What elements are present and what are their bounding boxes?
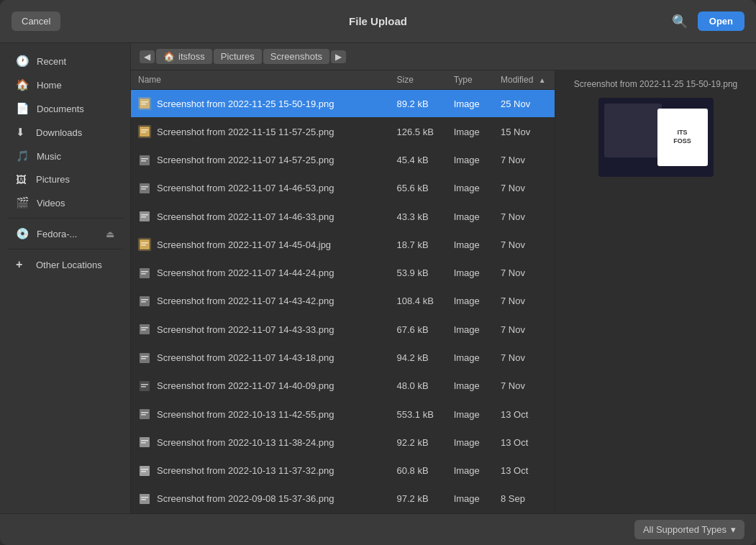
file-name-cell: Screenshot from 2022-11-07 14-46-33.png <box>131 203 390 231</box>
table-row[interactable]: Screenshot from 2022-11-07 14-43-18.png … <box>131 344 555 372</box>
main-content: 🕐 Recent 🏠 Home 📄 Documents ⬇ Downloads … <box>0 43 756 513</box>
col-size[interactable]: Size <box>390 70 447 90</box>
file-icon <box>138 125 151 138</box>
table-row[interactable]: Screenshot from 2022-11-07 14-40-09.png … <box>131 372 555 400</box>
open-button[interactable]: Open <box>698 12 744 31</box>
svg-rect-41 <box>141 471 146 472</box>
sort-arrow-icon: ▲ <box>539 76 546 84</box>
sidebar-item-home[interactable]: 🏠 Home <box>4 73 126 96</box>
breadcrumb-pictures[interactable]: Pictures <box>214 49 262 64</box>
file-name-cell: Screenshot from 2022-11-07 14-45-04.jpg <box>131 231 390 259</box>
svg-rect-10 <box>141 186 148 188</box>
file-size: 94.2 kB <box>390 344 447 372</box>
file-name-cell: Screenshot from 2022-11-07 14-43-18.png <box>131 344 390 372</box>
sidebar-item-documents[interactable]: 📄 Documents <box>4 97 126 120</box>
sidebar-item-downloads[interactable]: ⬇ Downloads <box>4 121 126 144</box>
nav-forward-button[interactable]: ▶ <box>331 50 346 63</box>
svg-rect-37 <box>141 440 148 441</box>
file-modified: 7 Nov <box>493 146 555 174</box>
table-row[interactable]: Screenshot from 2022-11-07 14-46-33.png … <box>131 203 555 231</box>
file-size: 89.2 kB <box>390 90 447 118</box>
file-modified: 7 Nov <box>493 316 555 344</box>
file-type: Image <box>447 457 493 485</box>
sidebar-label-fedora: Fedora-... <box>37 229 99 239</box>
table-row[interactable]: Screenshot from 2022-10-13 11-38-24.png … <box>131 429 555 457</box>
svg-rect-32 <box>141 386 146 388</box>
table-row[interactable]: Screenshot from 2022-11-15 11-57-25.png … <box>131 118 555 146</box>
table-row[interactable]: Screenshot from 2022-11-07 14-44-24.png … <box>131 259 555 287</box>
svg-rect-22 <box>141 299 148 301</box>
sidebar-label-music: Music <box>37 151 114 162</box>
preview-dark-bg <box>604 104 662 157</box>
file-upload-dialog: Cancel File Upload 🔍 Open 🕐 Recent 🏠 Hom… <box>0 0 756 545</box>
file-type: Image <box>447 259 493 287</box>
file-table-body: Screenshot from 2022-11-25 15-50-19.png … <box>131 90 555 513</box>
file-table: Name Size Type Modified ▲ <box>131 70 555 513</box>
sidebar-item-other-locations[interactable]: + Other Locations <box>4 253 126 276</box>
table-row[interactable]: Screenshot from 2022-11-07 14-43-42.png … <box>131 287 555 315</box>
videos-icon: 🎬 <box>16 196 29 209</box>
file-table-header: Name Size Type Modified ▲ <box>131 70 555 90</box>
table-row[interactable]: Screenshot from 2022-09-08 15-37-36.png … <box>131 485 555 513</box>
search-button[interactable]: 🔍 <box>668 11 692 32</box>
col-type[interactable]: Type <box>447 70 493 90</box>
file-name: Screenshot from 2022-11-07 14-45-04.jpg <box>157 239 331 250</box>
col-name[interactable]: Name <box>131 70 390 90</box>
file-size: 67.6 kB <box>390 316 447 344</box>
file-modified: 7 Nov <box>493 259 555 287</box>
table-row[interactable]: Screenshot from 2022-11-07 14-57-25.png … <box>131 146 555 174</box>
titlebar-left: Cancel <box>12 12 60 31</box>
file-name-cell: Screenshot from 2022-11-07 14-57-25.png <box>131 146 390 174</box>
svg-rect-35 <box>141 414 146 416</box>
table-row[interactable]: Screenshot from 2022-10-13 11-37-32.png … <box>131 457 555 485</box>
table-row[interactable]: Screenshot from 2022-11-07 14-45-04.jpg … <box>131 231 555 259</box>
file-size: 108.4 kB <box>390 287 447 315</box>
sidebar-items: 🕐 Recent 🏠 Home 📄 Documents ⬇ Downloads … <box>0 49 130 215</box>
table-row[interactable]: Screenshot from 2022-11-07 14-46-53.png … <box>131 174 555 202</box>
table-row[interactable]: Screenshot from 2022-11-25 15-50-19.png … <box>131 90 555 118</box>
svg-rect-5 <box>141 132 146 133</box>
sidebar-item-pictures[interactable]: 🖼 Pictures <box>4 168 126 191</box>
nav-back-button[interactable]: ◀ <box>140 50 155 63</box>
svg-rect-29 <box>141 358 146 359</box>
svg-rect-17 <box>141 244 146 246</box>
titlebar-right: 🔍 Open <box>668 11 744 32</box>
pictures-icon: 🖼 <box>16 173 29 186</box>
file-size: 18.7 kB <box>390 231 447 259</box>
svg-rect-14 <box>141 216 146 218</box>
file-name-cell: Screenshot from 2022-11-07 14-46-53.png <box>131 174 390 202</box>
file-modified: 25 Nov <box>493 90 555 118</box>
filter-label: All Supported Types <box>643 524 727 535</box>
cancel-button[interactable]: Cancel <box>12 12 60 31</box>
file-name-cell: Screenshot from 2022-11-07 14-43-33.png <box>131 316 390 344</box>
table-row[interactable]: Screenshot from 2022-10-13 11-42-55.png … <box>131 400 555 428</box>
file-size: 48.0 kB <box>390 372 447 400</box>
file-name-cell: Screenshot from 2022-11-07 14-40-09.png <box>131 372 390 400</box>
file-name: Screenshot from 2022-11-25 15-50-19.png <box>157 99 334 109</box>
file-name: Screenshot from 2022-11-07 14-43-33.png <box>157 324 334 335</box>
table-row[interactable]: Screenshot from 2022-11-07 14-43-33.png … <box>131 316 555 344</box>
file-modified: 7 Nov <box>493 287 555 315</box>
eject-button[interactable]: ⏏ <box>106 229 114 239</box>
file-size: 53.9 kB <box>390 259 447 287</box>
file-modified: 7 Nov <box>493 231 555 259</box>
col-modified[interactable]: Modified ▲ <box>493 70 555 90</box>
sidebar-item-fedora[interactable]: 💿 Fedora-... ⏏ <box>4 222 126 245</box>
sidebar-item-recent[interactable]: 🕐 Recent <box>4 50 126 73</box>
file-modified: 7 Nov <box>493 372 555 400</box>
file-size: 45.4 kB <box>390 146 447 174</box>
file-size: 553.1 kB <box>390 400 447 428</box>
filter-dropdown[interactable]: All Supported Types ▾ <box>634 520 744 539</box>
dropdown-arrow-icon: ▾ <box>731 524 736 535</box>
documents-icon: 📄 <box>16 102 29 115</box>
file-name: Screenshot from 2022-11-07 14-46-33.png <box>157 211 334 222</box>
file-list-container: Name Size Type Modified ▲ <box>131 70 555 513</box>
preview-panel: Screenshot from 2022-11-25 15-50-19.png … <box>555 70 756 513</box>
file-size: 65.6 kB <box>390 174 447 202</box>
sidebar-other: + Other Locations <box>0 252 130 277</box>
sidebar-item-videos[interactable]: 🎬 Videos <box>4 191 126 214</box>
sidebar-item-music[interactable]: 🎵 Music <box>4 145 126 168</box>
file-size: 97.2 kB <box>390 485 447 513</box>
breadcrumb-screenshots[interactable]: Screenshots <box>263 49 329 64</box>
breadcrumb-home[interactable]: 🏠 itsfoss <box>156 49 212 64</box>
